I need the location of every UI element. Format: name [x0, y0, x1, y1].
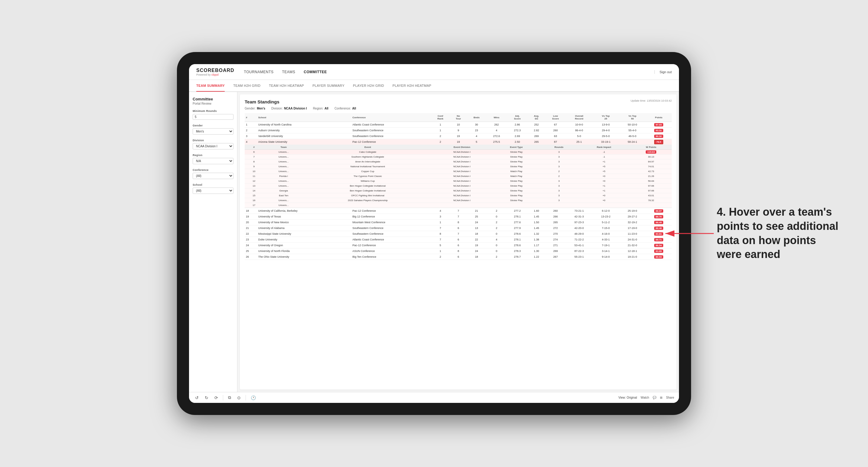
- adj-score: 272.3: [507, 128, 528, 133]
- points[interactable]: 93.31: [646, 128, 672, 133]
- nav-committee[interactable]: COMMITTEE: [304, 70, 327, 74]
- bnds: 30: [467, 122, 486, 128]
- no-tour: 9: [450, 128, 467, 133]
- school-select[interactable]: (All): [193, 188, 234, 194]
- redo-button[interactable]: ↻: [204, 395, 210, 401]
- min-rounds-input[interactable]: [193, 114, 234, 120]
- tab-team-h2h-heatmap[interactable]: TEAM H2H HEATMAP: [269, 80, 304, 92]
- col-conf-rank: ConfRank: [431, 113, 450, 122]
- settings-button[interactable]: ⊙: [236, 395, 242, 401]
- inner-col-team: Team: [263, 145, 304, 150]
- tab-player-summary[interactable]: PLAYER SUMMARY: [312, 80, 344, 92]
- overall: 86-4-0: [566, 128, 592, 133]
- comment-button[interactable]: 💬: [653, 396, 656, 399]
- inner-table-row[interactable]: 10 Univers... Copper Cup NCAA Division I…: [245, 169, 672, 174]
- region-select[interactable]: N/A All: [193, 158, 234, 164]
- rank: 1: [245, 122, 257, 128]
- nav-links: TOURNAMENTS TEAMS COMMITTEE: [244, 70, 654, 74]
- table-row[interactable]: 21 University of Alabama Southeastern Co…: [245, 225, 672, 231]
- table-row[interactable]: 3 Vanderbilt University Southeastern Con…: [245, 133, 672, 139]
- nav-teams[interactable]: TEAMS: [282, 70, 296, 74]
- table-row[interactable]: 24 University of Oregon Pac-12 Conferenc…: [245, 243, 672, 248]
- conference: Atlantic Coast Conference: [351, 122, 431, 128]
- logo-sub: Powered by clippd: [196, 73, 235, 76]
- table-row[interactable]: 26 The Ohio State University Big Ten Con…: [245, 254, 672, 260]
- panel-header: Team Standings Update time: 13/03/2024 1…: [245, 99, 672, 104]
- sidebar-min-rounds: Minimum Rounds: [193, 110, 234, 120]
- gender-select[interactable]: Men's Women's: [193, 128, 234, 134]
- inner-table-row[interactable]: 11 Florida I The Cypress Point Classic N…: [245, 174, 672, 179]
- share-button[interactable]: Share: [666, 396, 674, 399]
- vs-top25: 29-4-0: [592, 128, 619, 133]
- low-score: 67: [545, 122, 566, 128]
- table-row[interactable]: 22 Mississippi State University Southeas…: [245, 231, 672, 237]
- vs-top25: 33-19-1: [592, 139, 619, 145]
- vs-top50: 58-24-1: [619, 139, 646, 145]
- region-label: Region: [193, 154, 234, 157]
- points[interactable]: 79.5: [646, 139, 672, 145]
- conf-rank: 1: [431, 128, 450, 133]
- vs-top25: 29-5-0: [592, 133, 619, 139]
- inner-col-event: Event: [304, 145, 432, 150]
- table-row[interactable]: 20 University of New Mexico Mountain Wes…: [245, 220, 672, 225]
- table-row[interactable]: 23 Duke University Atlantic Coast Confer…: [245, 237, 672, 243]
- col-conference: Conference: [351, 113, 431, 122]
- sidebar-school: School (All): [193, 183, 234, 194]
- inner-table-row[interactable]: 8 Univers... Amer An Intercollegiate NCA…: [245, 159, 672, 164]
- toolbar-right: Watch 💬 ⊞ Share: [641, 396, 674, 399]
- undo-button[interactable]: ↺: [194, 395, 200, 401]
- table-row[interactable]: 2 Auburn University Southeastern Confere…: [245, 128, 672, 133]
- division-filter-label: Division:: [271, 107, 283, 110]
- sidebar-region: Region N/A All: [193, 154, 234, 164]
- table-row[interactable]: 18 University of California, Berkeley Pa…: [245, 208, 672, 214]
- col-vs-top50: Vs Top50: [619, 113, 646, 122]
- tab-player-h2h-grid[interactable]: PLAYER H2H GRID: [353, 80, 384, 92]
- table-row[interactable]: 1 University of North Carolina Atlantic …: [245, 122, 672, 128]
- low-score: 87: [545, 139, 566, 145]
- export-button[interactable]: ⊞: [660, 396, 662, 399]
- points[interactable]: 97.03: [646, 122, 672, 128]
- tablet-screen: SCOREBOARD Powered by clippd TOURNAMENTS…: [189, 64, 679, 403]
- inner-table-row[interactable]: 9 Univers... National Invitational Tourn…: [245, 164, 672, 169]
- tab-team-summary[interactable]: TEAM SUMMARY: [196, 80, 225, 92]
- annotation-container: 4. Hover over a team's points to see add…: [717, 205, 844, 261]
- inner-table-row[interactable]: 16 Univers... 2023 Sahalee Players Champ…: [245, 198, 672, 203]
- table-row[interactable]: 19 University of Texas Big 12 Conference…: [245, 214, 672, 220]
- filter-row: Gender: Men's Division: NCAA Division I …: [245, 107, 672, 110]
- division-select[interactable]: NCAA Division I NCAA Division II: [193, 143, 234, 149]
- sign-out-button[interactable]: Sign out: [654, 70, 672, 74]
- nav-tournaments[interactable]: TOURNAMENTS: [244, 70, 274, 74]
- clock-button[interactable]: 🕐: [249, 395, 257, 401]
- annotation-text: 4. Hover over a team's points to see add…: [717, 205, 844, 261]
- conference-filter-value: All: [352, 107, 356, 110]
- tab-player-h2h-heatmap[interactable]: PLAYER H2H HEATMAP: [393, 80, 431, 92]
- inner-table-row[interactable]: 14 Georgia Ben Hogan Collegiate Invitati…: [245, 188, 672, 193]
- school-label: School: [193, 183, 234, 186]
- inner-col-rank-impact: Rank Impact: [577, 145, 630, 150]
- no-tour: 19: [450, 133, 467, 139]
- inner-table-row[interactable]: 13 Univers... Ben Hogan Collegiate Invit…: [245, 184, 672, 188]
- wins: 275.5: [486, 139, 507, 145]
- wins: 262: [486, 122, 507, 128]
- conf-rank: 2: [431, 139, 450, 145]
- inner-table-row[interactable]: 6 Univers... Cabo Collegiate NCAA Divisi…: [245, 150, 672, 155]
- inner-table-row[interactable]: 17 Univers...: [245, 203, 672, 208]
- vs-top50: 55-4-0: [619, 128, 646, 133]
- col-rank: #: [245, 113, 257, 122]
- col-school: School: [257, 113, 351, 122]
- conference-filter-label: Conference:: [335, 107, 351, 110]
- inner-table-row[interactable]: 7 Univers... Southern Highlands Collegia…: [245, 155, 672, 159]
- inner-table-row[interactable]: 12 Univers... Williams Cup NCAA Division…: [245, 179, 672, 184]
- table-row[interactable]: 25 University of North Florida ASUN Conf…: [245, 248, 672, 254]
- copy-button[interactable]: ⧉: [227, 395, 232, 401]
- tab-team-h2h-grid[interactable]: TEAM H2H GRID: [233, 80, 260, 92]
- sidebar-header: Committee Portal Review: [193, 97, 234, 105]
- points[interactable]: 90.32: [646, 133, 672, 139]
- no-tour: 10: [450, 122, 467, 128]
- watch-button[interactable]: Watch: [641, 396, 649, 399]
- table-row[interactable]: 4 Arizona State University Pac-12 Confer…: [245, 139, 672, 145]
- inner-table-row[interactable]: 15 East Ten OFCC Fighting Illini Invitat…: [245, 193, 672, 198]
- gender-filter: Gender: Men's: [245, 107, 265, 110]
- refresh-button[interactable]: ⟳: [213, 395, 219, 401]
- conference-select[interactable]: (All) ACC: [193, 173, 234, 179]
